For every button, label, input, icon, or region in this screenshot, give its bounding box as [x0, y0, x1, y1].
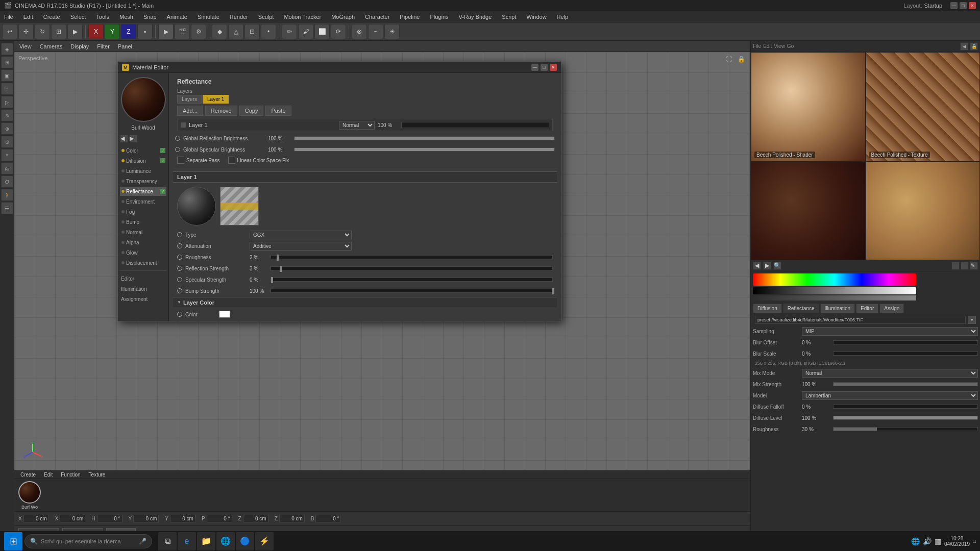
filepath-browse-btn[interactable]: ▾	[968, 316, 976, 324]
bottom-function-btn[interactable]: Function	[59, 471, 82, 479]
me-paste-btn[interactable]: Paste	[265, 106, 291, 116]
material-cell-beech-texture[interactable]: Beech Polished - Texture	[866, 52, 981, 162]
sidebar-mode[interactable]: ⊞	[1, 56, 13, 68]
sidebar-pivot[interactable]: ⊕	[1, 122, 13, 135]
diffuse-level-bar[interactable]	[833, 416, 978, 420]
tab-reflectance[interactable]: Reflectance	[783, 304, 819, 313]
coord-b-input[interactable]	[315, 515, 341, 522]
coord-z2-input[interactable]	[279, 515, 305, 522]
rp-forward-btn[interactable]: ▶	[763, 262, 771, 270]
menu-vray[interactable]: V-Ray Bridge	[457, 13, 494, 21]
vp-lock[interactable]: 🔒	[736, 54, 746, 64]
bottom-material-item[interactable]: Burl Wo	[18, 481, 41, 510]
menu-motion-tracker[interactable]: Motion Tracker	[282, 13, 323, 21]
tool-object[interactable]: ◆	[212, 24, 227, 39]
tool-select[interactable]: ▶	[67, 24, 83, 39]
me-maximize-btn[interactable]: □	[541, 64, 548, 71]
rp-edit[interactable]: Edit	[763, 43, 772, 49]
tool-scale[interactable]: ⊞	[51, 24, 66, 39]
tool-spline[interactable]: ~	[368, 24, 383, 39]
sidebar-snap2[interactable]: ⊙	[1, 136, 13, 148]
tab-assign[interactable]: Assign	[879, 304, 904, 313]
me-channel-reflectance[interactable]: Reflectance ✓	[120, 187, 166, 196]
tool-move[interactable]: ✛	[18, 24, 34, 39]
sidebar-deform[interactable]: ⌖	[1, 149, 13, 161]
tool-texture[interactable]: ⬜	[314, 24, 330, 39]
menu-file[interactable]: File	[2, 13, 15, 21]
sidebar-texture2[interactable]: 🗂	[1, 162, 13, 174]
sidebar-extra[interactable]: ☰	[1, 202, 13, 214]
menu-help[interactable]: Help	[555, 13, 571, 21]
blur-offset-bar[interactable]	[833, 340, 978, 344]
sidebar-new-obj[interactable]: ◈	[1, 43, 13, 55]
me-next-mat-btn[interactable]: ▶	[129, 135, 137, 143]
rp-view[interactable]: View	[774, 43, 785, 49]
coord-h-input[interactable]	[97, 515, 122, 522]
me-channel-luminance[interactable]: Luminance	[120, 166, 166, 176]
rp-mix-mode-select[interactable]: Normal	[802, 369, 978, 378]
coord-x2-input[interactable]	[60, 515, 85, 522]
menu-create[interactable]: Create	[41, 13, 62, 21]
tool-light[interactable]: ☀	[384, 24, 400, 39]
me-add-btn[interactable]: Add...	[177, 106, 203, 116]
maximize-btn[interactable]: □	[960, 2, 967, 9]
rp-prev-btn[interactable]: ◀	[960, 42, 968, 51]
me-channel-illumination[interactable]: Illumination	[120, 284, 166, 293]
me-layer1-bar[interactable]	[401, 122, 549, 128]
menu-snap[interactable]: Snap	[141, 13, 159, 21]
me-copy-btn[interactable]: Copy	[239, 106, 264, 116]
tab-illumination[interactable]: Illumination	[820, 304, 855, 313]
tool-edge[interactable]: ⊡	[244, 24, 260, 39]
me-global-specular-toggle[interactable]	[175, 147, 180, 152]
taskbar-start-btn[interactable]: ⊞	[4, 532, 22, 550]
me-tab-layer1[interactable]: Layer 1	[203, 95, 229, 104]
me-roughness-track[interactable]	[271, 255, 553, 259]
rp-file[interactable]: File	[753, 43, 761, 49]
tab-diffusion[interactable]: Diffusion	[753, 304, 782, 313]
bottom-texture-btn[interactable]: Texture	[87, 471, 108, 479]
rp-lock-btn[interactable]: 🔒	[970, 42, 978, 51]
tool-undo[interactable]: ↩	[2, 24, 17, 39]
me-channel-fog[interactable]: Fog	[120, 207, 166, 216]
me-minimize-btn[interactable]: —	[531, 64, 538, 71]
me-prev-mat-btn[interactable]: ◀	[120, 135, 128, 143]
menu-character[interactable]: Character	[363, 13, 391, 21]
taskbar-browser[interactable]: 🌐	[216, 532, 235, 550]
me-bump-strength-track[interactable]	[271, 289, 553, 293]
vp-cameras[interactable]: Cameras	[38, 42, 65, 51]
me-channel-environment[interactable]: Environment	[120, 197, 166, 206]
menu-sculpt[interactable]: Sculpt	[256, 13, 276, 21]
vp-display[interactable]: Display	[68, 42, 91, 51]
menu-script[interactable]: Script	[500, 13, 518, 21]
me-specular-strength-track[interactable]	[271, 278, 553, 282]
rp-pencil-btn[interactable]: ✎	[970, 262, 978, 270]
tool-render[interactable]: 🎬	[175, 24, 190, 39]
taskbar-network-icon[interactable]: 🌐	[911, 537, 920, 545]
tool-rect[interactable]: ▪	[137, 24, 153, 39]
coord-x-input[interactable]	[23, 515, 49, 522]
menu-mograph[interactable]: MoGraph	[329, 13, 357, 21]
material-cell-dark[interactable]	[751, 162, 866, 261]
taskbar-app5[interactable]: ⚡	[255, 532, 274, 550]
rp-back-btn[interactable]: ◀	[753, 262, 761, 270]
me-channel-displacement[interactable]: Displacement	[120, 258, 166, 267]
sidebar-anim[interactable]: ⏱	[1, 176, 13, 188]
coord-y-input[interactable]	[133, 515, 159, 522]
rp-list-view[interactable]	[961, 262, 969, 270]
menu-render[interactable]: Render	[228, 13, 250, 21]
menu-plugins[interactable]: Plugins	[428, 13, 450, 21]
me-tab-layers[interactable]: Layers	[177, 95, 202, 104]
me-channel-bump[interactable]: Bump	[120, 217, 166, 227]
me-layer-color-header[interactable]: ▼ Layer Color	[173, 297, 557, 307]
tool-z-axis[interactable]: Z	[121, 24, 136, 39]
tool-rotate[interactable]: ↻	[35, 24, 50, 39]
taskbar-task-view[interactable]: ⧉	[158, 532, 177, 550]
me-type-select[interactable]: GGX	[250, 231, 352, 239]
menu-edit[interactable]: Edit	[21, 13, 35, 21]
me-global-reflection-toggle[interactable]	[175, 136, 180, 141]
tool-magnet[interactable]: ⊗	[352, 24, 367, 39]
minimize-btn[interactable]: —	[950, 2, 958, 9]
me-global-reflection-bar[interactable]	[294, 136, 555, 140]
taskbar-volume-icon[interactable]: 🔊	[923, 537, 932, 545]
tool-paint[interactable]: 🖌	[298, 24, 313, 39]
